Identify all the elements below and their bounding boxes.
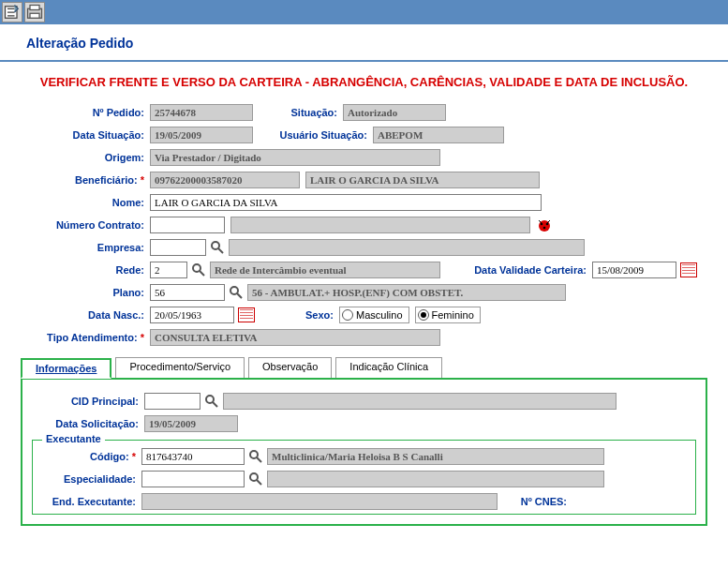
label-beneficiario: Beneficiário: * bbox=[21, 174, 150, 186]
label-usuario-situacao: Usuário Situação: bbox=[253, 129, 373, 141]
page-title: Alteração Pedido bbox=[0, 24, 728, 62]
input-contrato-desc bbox=[230, 217, 530, 233]
label-situacao: Situação: bbox=[253, 107, 343, 118]
label-rede: Rede: bbox=[21, 264, 150, 276]
svg-point-16 bbox=[250, 451, 258, 458]
input-empresa-cod[interactable] bbox=[150, 239, 206, 256]
ladybug-icon[interactable] bbox=[536, 217, 553, 233]
input-end-executante bbox=[141, 493, 498, 510]
input-cid-desc bbox=[223, 393, 617, 410]
label-data-situacao: Data Situação: bbox=[21, 129, 150, 141]
tab-body-informacoes: CID Principal: Data Solicitação: Executa… bbox=[21, 378, 707, 526]
label-nopedido: Nº Pedido: bbox=[21, 107, 150, 118]
svg-line-17 bbox=[257, 457, 261, 462]
label-data-nasc: Data Nasc.: bbox=[21, 309, 150, 321]
svg-point-8 bbox=[212, 242, 219, 249]
svg-line-15 bbox=[213, 402, 217, 407]
input-empresa-desc bbox=[229, 239, 585, 256]
svg-point-12 bbox=[230, 287, 238, 294]
form-content: VERIFICAR FRENTE E VERSO DA CARTEIRA - A… bbox=[0, 62, 728, 539]
input-data-situacao bbox=[150, 127, 253, 143]
svg-point-14 bbox=[206, 396, 214, 403]
input-origem bbox=[150, 149, 440, 166]
toolbar-btn-2[interactable] bbox=[24, 2, 45, 22]
tab-observacao[interactable]: Observação bbox=[248, 357, 332, 378]
lookup-empresa-icon[interactable] bbox=[210, 240, 225, 255]
svg-line-9 bbox=[218, 248, 223, 253]
input-data-nasc[interactable] bbox=[150, 307, 234, 323]
svg-point-6 bbox=[546, 223, 549, 226]
input-cid-cod[interactable] bbox=[144, 393, 201, 410]
top-toolbar bbox=[0, 0, 728, 24]
label-origem: Origem: bbox=[21, 152, 150, 163]
input-plano-desc bbox=[247, 284, 566, 301]
svg-point-10 bbox=[193, 264, 201, 272]
input-contrato-cod[interactable] bbox=[150, 217, 225, 233]
svg-line-19 bbox=[257, 480, 261, 485]
radio-dot-m bbox=[342, 309, 353, 321]
input-validade-carteira[interactable] bbox=[592, 262, 676, 278]
label-cid-principal: CID Principal: bbox=[32, 396, 144, 407]
svg-point-5 bbox=[541, 223, 543, 226]
lookup-plano-icon[interactable] bbox=[229, 285, 244, 300]
input-rede-cod[interactable] bbox=[150, 262, 187, 278]
svg-line-13 bbox=[237, 293, 242, 298]
svg-line-11 bbox=[200, 271, 204, 276]
tab-procedimento[interactable]: Procedimento/Serviço bbox=[115, 357, 245, 378]
input-tipo-atend bbox=[150, 329, 440, 346]
lookup-rede-icon[interactable] bbox=[191, 262, 206, 277]
label-tipo-atend: Tipo Atendimento: * bbox=[21, 332, 150, 343]
input-rede-desc bbox=[210, 262, 440, 278]
svg-point-18 bbox=[250, 473, 258, 481]
lookup-cid-icon[interactable] bbox=[204, 394, 219, 409]
tab-indicacao[interactable]: Indicação Clínica bbox=[335, 357, 442, 378]
input-exec-codigo[interactable] bbox=[141, 448, 245, 465]
label-data-solicitacao: Data Solicitação: bbox=[32, 418, 144, 429]
tab-informacoes[interactable]: Informações bbox=[21, 358, 111, 379]
lookup-exec-codigo-icon[interactable] bbox=[248, 449, 263, 464]
input-exec-desc bbox=[267, 448, 604, 465]
label-num-contrato: Número Contrato: bbox=[21, 219, 150, 231]
label-exec-codigo: Código: * bbox=[40, 451, 141, 462]
label-sexo: Sexo: bbox=[255, 309, 339, 321]
label-nome: Nome: bbox=[21, 197, 150, 208]
toolbar-btn-1[interactable] bbox=[2, 2, 22, 22]
input-plano-cod[interactable] bbox=[150, 284, 225, 301]
fieldset-executante: Executante Código: * Especialidade: End.… bbox=[32, 440, 696, 515]
alert-banner: VERIFICAR FRENTE E VERSO DA CARTEIRA - A… bbox=[21, 75, 707, 91]
calendar-nasc-icon[interactable] bbox=[238, 307, 255, 322]
calendar-validade-icon[interactable] bbox=[680, 262, 697, 277]
radio-feminino[interactable]: Feminino bbox=[415, 307, 481, 323]
input-espec-cod[interactable] bbox=[141, 471, 245, 487]
label-especialidade: Especialidade: bbox=[40, 473, 141, 485]
input-nopedido bbox=[150, 104, 253, 121]
label-no-cnes: Nº CNES: bbox=[498, 496, 572, 507]
svg-rect-3 bbox=[30, 13, 39, 18]
input-espec-desc bbox=[267, 471, 604, 487]
radio-masculino[interactable]: Masculino bbox=[339, 307, 409, 323]
tab-strip: Informações Procedimento/Serviço Observa… bbox=[21, 357, 707, 378]
svg-point-7 bbox=[543, 227, 546, 230]
input-nome[interactable] bbox=[150, 194, 542, 211]
label-validade-carteira: Data Validade Carteira: bbox=[440, 264, 592, 276]
lookup-espec-icon[interactable] bbox=[248, 472, 263, 487]
input-data-solicitacao bbox=[144, 415, 238, 432]
input-beneficiario-nome bbox=[305, 172, 540, 188]
input-beneficiario-cod bbox=[150, 172, 300, 188]
svg-rect-2 bbox=[30, 6, 39, 10]
label-end-executante: End. Executante: bbox=[40, 496, 141, 507]
legend-executante: Executante bbox=[42, 433, 105, 444]
input-situacao bbox=[343, 104, 446, 121]
label-plano: Plano: bbox=[21, 287, 150, 298]
radio-dot-f bbox=[418, 309, 429, 321]
label-empresa: Empresa: bbox=[21, 242, 150, 253]
input-usuario-situacao bbox=[373, 127, 504, 143]
